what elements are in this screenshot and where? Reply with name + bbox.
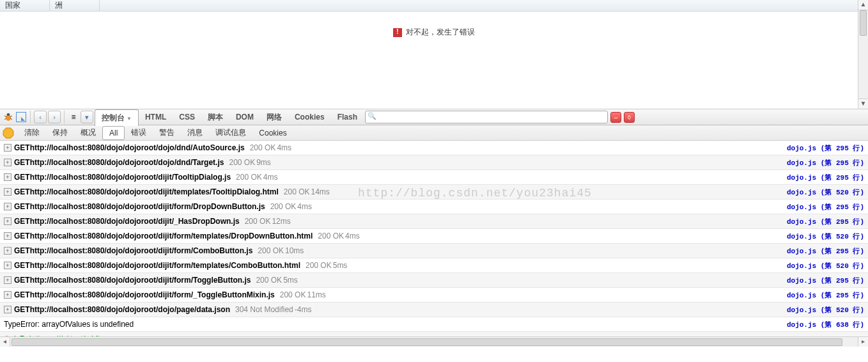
request-source[interactable]: dojo.js (第 520 行) bbox=[787, 187, 864, 197]
request-source[interactable]: dojo.js (第 295 行) bbox=[787, 143, 864, 153]
expand-icon[interactable]: + bbox=[4, 217, 12, 225]
filter-消息[interactable]: 消息 bbox=[181, 125, 209, 140]
search-input[interactable] bbox=[365, 111, 608, 123]
close-button[interactable]: ◊ bbox=[624, 112, 635, 123]
scroll-left-icon[interactable]: ◂ bbox=[0, 337, 10, 347]
tab-cookies[interactable]: Cookies bbox=[288, 110, 331, 124]
expand-icon[interactable]: + bbox=[4, 203, 12, 210]
expand-icon[interactable]: + bbox=[4, 159, 12, 166]
expand-icon[interactable]: + bbox=[4, 173, 12, 181]
request-method: GET bbox=[14, 246, 30, 255]
scroll-down-icon[interactable]: ▼ bbox=[858, 98, 868, 109]
request-row[interactable]: +GET http://localhost:8080/dojo/dojoroot… bbox=[0, 214, 868, 229]
svg-marker-6 bbox=[3, 128, 13, 138]
request-status: 200 OK bbox=[258, 246, 284, 255]
request-row[interactable]: +GET http://localhost:8080/dojo/dojoroot… bbox=[0, 229, 868, 244]
error-source[interactable]: dojo.js (第 638 行) bbox=[787, 320, 864, 329]
console-panel[interactable]: +GET http://localhost:8080/dojo/dojoroot… bbox=[0, 141, 868, 336]
request-status: 200 OK bbox=[245, 217, 271, 226]
expand-icon[interactable]: + bbox=[4, 291, 12, 299]
filter-概况[interactable]: 概况 bbox=[74, 125, 102, 140]
request-source[interactable]: dojo.js (第 295 行) bbox=[787, 290, 864, 300]
request-row[interactable]: +GET http://localhost:8080/dojo/dojoroot… bbox=[0, 185, 868, 200]
grid-header: 国家 洲 bbox=[0, 0, 868, 12]
request-row[interactable]: +GET http://localhost:8080/dojo/dojoroot… bbox=[0, 141, 868, 155]
expand-icon[interactable]: + bbox=[4, 306, 12, 313]
request-source[interactable]: dojo.js (第 295 行) bbox=[787, 276, 864, 285]
scroll-thumb[interactable] bbox=[860, 10, 867, 36]
filter-调试信息[interactable]: 调试信息 bbox=[209, 125, 252, 140]
nav-forward-button[interactable]: › bbox=[48, 111, 61, 123]
request-time: 4ms bbox=[263, 173, 278, 182]
grid-header-cell[interactable]: 洲 bbox=[50, 0, 100, 12]
horizontal-scrollbar[interactable]: ◂ ▸ bbox=[0, 336, 868, 347]
expand-icon[interactable]: + bbox=[4, 232, 12, 240]
request-url: http://localhost:8080/dojo/dojoroot/diji… bbox=[30, 173, 231, 182]
request-method: GET bbox=[14, 143, 30, 152]
request-method: GET bbox=[14, 261, 30, 270]
minimize-button[interactable]: – bbox=[610, 112, 621, 123]
request-method: GET bbox=[14, 232, 30, 240]
error-message: TypeError: arrayOfValues is undefined bbox=[4, 320, 134, 329]
grid-header-cell[interactable]: 国家 bbox=[0, 0, 50, 12]
firebug-toolbar: ‹ › ≡ ▾ 控制台▼HTMLCSS脚本DOM网络CookiesFlash –… bbox=[0, 109, 868, 125]
tab-脚本[interactable]: 脚本 bbox=[201, 109, 229, 125]
filter-警告[interactable]: 警告 bbox=[153, 125, 181, 140]
request-method: GET bbox=[14, 158, 30, 167]
request-time: -4ms bbox=[295, 305, 312, 314]
stop-icon[interactable] bbox=[3, 127, 14, 139]
scroll-up-icon[interactable]: ▲ bbox=[858, 0, 868, 10]
filter-all[interactable]: All bbox=[102, 126, 125, 140]
request-time: 5ms bbox=[283, 276, 298, 285]
request-row[interactable]: +GET http://localhost:8080/dojo/dojoroot… bbox=[0, 288, 868, 303]
tab-dom[interactable]: DOM bbox=[229, 110, 260, 124]
filter-cookies[interactable]: Cookies bbox=[252, 127, 293, 139]
scroll-right-icon[interactable]: ▸ bbox=[858, 337, 868, 347]
tab-控制台[interactable]: 控制台▼ bbox=[95, 109, 139, 126]
request-source[interactable]: dojo.js (第 520 行) bbox=[787, 305, 864, 315]
request-row[interactable]: +GET http://localhost:8080/dojo/dojoroot… bbox=[0, 244, 868, 258]
inspect-icon[interactable] bbox=[15, 111, 27, 123]
request-source[interactable]: dojo.js (第 520 行) bbox=[787, 261, 864, 271]
expand-icon[interactable]: + bbox=[4, 276, 12, 284]
request-time: 14ms bbox=[311, 187, 329, 196]
request-source[interactable]: dojo.js (第 295 行) bbox=[787, 217, 864, 226]
request-source[interactable]: dojo.js (第 295 行) bbox=[787, 202, 864, 212]
filter-保持[interactable]: 保持 bbox=[46, 125, 74, 140]
request-source[interactable]: dojo.js (第 520 行) bbox=[787, 232, 864, 241]
list-icon[interactable]: ≡ bbox=[68, 111, 79, 123]
content-error-area: 对不起，发生了错误 bbox=[0, 12, 868, 109]
request-row[interactable]: +GET http://localhost:8080/dojo/dojoroot… bbox=[0, 170, 868, 185]
scroll-thumb[interactable] bbox=[12, 338, 842, 346]
expand-icon[interactable]: + bbox=[4, 247, 12, 255]
request-time: 11ms bbox=[307, 290, 325, 299]
dropdown-button[interactable]: ▾ bbox=[81, 111, 93, 123]
request-row[interactable]: +GET http://localhost:8080/dojo/dojoroot… bbox=[0, 258, 868, 273]
filter-清除[interactable]: 清除 bbox=[18, 125, 46, 140]
tab-html[interactable]: HTML bbox=[139, 110, 173, 124]
request-row[interactable]: +GET http://localhost:8080/dojo/dojoroot… bbox=[0, 303, 868, 317]
request-status: 200 OK bbox=[270, 202, 297, 211]
chevron-down-icon: ▼ bbox=[127, 116, 132, 122]
vertical-scrollbar[interactable]: ▲ ▼ bbox=[858, 0, 868, 109]
expand-icon[interactable]: + bbox=[4, 188, 12, 196]
tab-flash[interactable]: Flash bbox=[331, 110, 364, 124]
error-row[interactable]: TypeError: arrayOfValues is undefineddoj… bbox=[0, 317, 868, 332]
request-row[interactable]: +GET http://localhost:8080/dojo/dojoroot… bbox=[0, 155, 868, 170]
request-source[interactable]: dojo.js (第 295 行) bbox=[787, 158, 864, 168]
tab-css[interactable]: CSS bbox=[173, 110, 201, 124]
request-row[interactable]: +GET http://localhost:8080/dojo/dojoroot… bbox=[0, 200, 868, 214]
request-url: http://localhost:8080/dojo/dojoroot/diji… bbox=[30, 187, 279, 196]
expand-icon[interactable]: + bbox=[4, 144, 12, 152]
request-source[interactable]: dojo.js (第 295 行) bbox=[787, 173, 864, 182]
request-time: 4ms bbox=[277, 143, 291, 152]
tab-网络[interactable]: 网络 bbox=[260, 109, 288, 125]
nav-back-button[interactable]: ‹ bbox=[34, 111, 47, 123]
filter-错误[interactable]: 错误 bbox=[125, 125, 153, 140]
request-source[interactable]: dojo.js (第 295 行) bbox=[787, 246, 864, 256]
request-status: 200 OK bbox=[318, 232, 344, 240]
request-row[interactable]: +GET http://localhost:8080/dojo/dojoroot… bbox=[0, 273, 868, 288]
request-method: GET bbox=[14, 305, 30, 314]
firebug-icon[interactable] bbox=[3, 111, 14, 123]
expand-icon[interactable]: + bbox=[4, 262, 12, 269]
